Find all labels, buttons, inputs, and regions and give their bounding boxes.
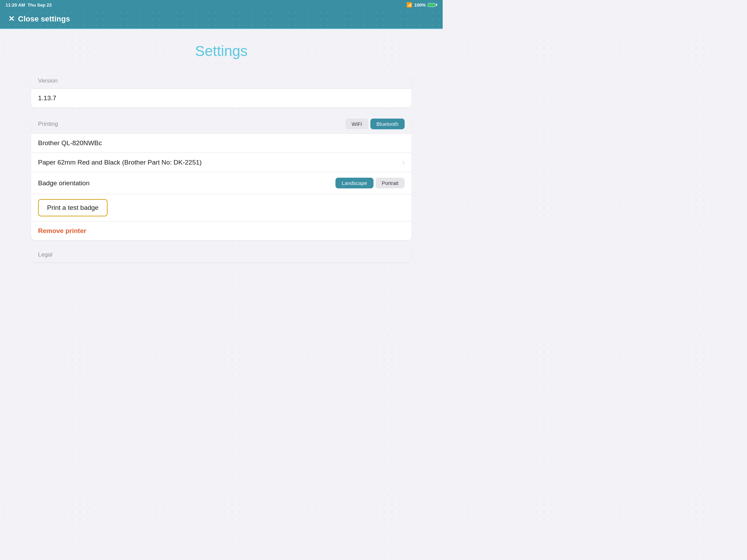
- version-header: Version: [31, 73, 412, 89]
- legal-label: Legal: [38, 251, 53, 258]
- version-label: Version: [38, 77, 58, 84]
- paper-row[interactable]: Paper 62mm Red and Black (Brother Part N…: [31, 153, 412, 172]
- landscape-button[interactable]: Landscape: [335, 178, 373, 188]
- wifi-toggle-button[interactable]: WiFi: [345, 119, 368, 129]
- main-content: Settings Version 1.13.7 Printing WiFi Bl…: [0, 29, 443, 332]
- nav-bar: ✕ Close settings: [0, 10, 443, 29]
- status-time: 11:20 AM Thu Sep 23: [6, 2, 52, 8]
- status-right: 📶 100%: [406, 2, 437, 8]
- printing-section: Printing WiFi Bluetooth Brother QL-820NW…: [31, 114, 412, 240]
- legal-section: Legal: [31, 247, 412, 262]
- print-test-row: Print a test badge: [31, 194, 412, 222]
- bluetooth-toggle-button[interactable]: Bluetooth: [370, 119, 405, 129]
- remove-printer-row: Remove printer: [31, 222, 412, 240]
- printing-mode-toggle: WiFi Bluetooth: [345, 119, 405, 129]
- legal-header: Legal: [31, 247, 412, 262]
- printing-header: Printing WiFi Bluetooth: [31, 114, 412, 134]
- paper-label: Paper 62mm Red and Black (Brother Part N…: [38, 159, 202, 166]
- page-title: Settings: [31, 43, 412, 59]
- printing-label: Printing: [38, 121, 58, 128]
- content-wrapper: Settings Version 1.13.7 Printing WiFi Bl…: [31, 43, 412, 262]
- portrait-button[interactable]: Portrait: [376, 178, 405, 188]
- close-settings-label: Close settings: [18, 15, 70, 24]
- battery-icon: [428, 3, 437, 7]
- badge-orientation-row: Badge orientation Landscape Portrait: [31, 172, 412, 194]
- version-section: Version 1.13.7: [31, 73, 412, 108]
- badge-orientation-label: Badge orientation: [38, 179, 90, 187]
- version-value: 1.13.7: [31, 89, 412, 108]
- status-bar: 11:20 AM Thu Sep 23 📶 100%: [0, 0, 443, 10]
- print-test-badge-button[interactable]: Print a test badge: [38, 199, 108, 216]
- close-icon: ✕: [8, 15, 15, 24]
- battery-percentage: 100%: [414, 2, 426, 8]
- printer-name: Brother QL-820NWBc: [38, 139, 102, 147]
- orientation-toggle: Landscape Portrait: [335, 178, 405, 188]
- chevron-right-icon: ›: [402, 158, 405, 166]
- remove-printer-button[interactable]: Remove printer: [38, 227, 86, 235]
- close-settings-button[interactable]: ✕ Close settings: [8, 15, 70, 24]
- printer-name-row: Brother QL-820NWBc: [31, 134, 412, 153]
- wifi-icon: 📶: [406, 2, 412, 8]
